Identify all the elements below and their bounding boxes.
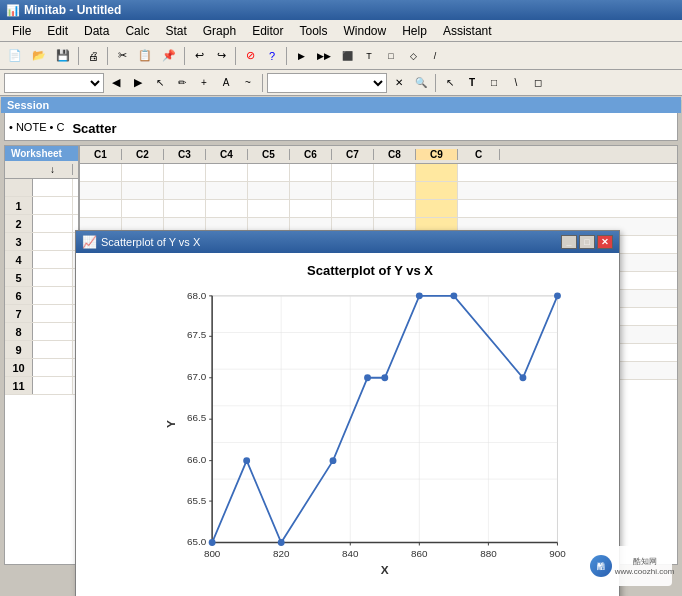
menu-assistant[interactable]: Assistant xyxy=(435,22,500,40)
chart-area: Scatterplot of Y vs X xyxy=(76,253,619,596)
row-arrow-cell-1 xyxy=(33,197,73,214)
row-numbers-panel: Worksheet ↓ 1234567891011 xyxy=(4,145,79,565)
y-tick-655: 65.5 xyxy=(187,495,207,506)
new-button[interactable]: 📄 xyxy=(4,45,26,67)
data-point-2 xyxy=(278,539,285,546)
tb-extra-7[interactable]: / xyxy=(425,45,445,67)
col-c5-header: C5 xyxy=(248,149,290,160)
font-dropdown[interactable] xyxy=(4,73,104,93)
menu-file[interactable]: File xyxy=(4,22,39,40)
watermark-site: 酷知网 xyxy=(615,556,675,567)
session-content: • NOTE • C Scatter xyxy=(5,117,677,140)
col-c6-header: C6 xyxy=(290,149,332,160)
text2-btn[interactable]: T xyxy=(462,72,482,94)
cell-r2-c3 xyxy=(164,200,206,217)
data-point-5 xyxy=(381,374,388,381)
stop-button[interactable]: ⊘ xyxy=(240,45,260,67)
chart-title: Scatterplot of Y vs X xyxy=(136,263,604,278)
paste-button[interactable]: 📌 xyxy=(158,45,180,67)
window-title: Minitab - Untitled xyxy=(24,3,121,17)
row-num-6: 6 xyxy=(5,287,78,305)
cell-r1-c6 xyxy=(290,182,332,199)
row-arrow-cell-2 xyxy=(33,215,73,232)
pencil-btn[interactable]: ✏ xyxy=(172,72,192,94)
cell-r0-c9 xyxy=(416,164,458,181)
open-button[interactable]: 📂 xyxy=(28,45,50,67)
scatter-window: 📈 Scatterplot of Y vs X _ □ ✕ Scatterplo… xyxy=(75,230,620,596)
chart-background xyxy=(212,296,557,543)
scatter-minimize-button[interactable]: _ xyxy=(561,235,577,249)
clear-btn[interactable]: ✕ xyxy=(389,72,409,94)
col-c1-header: C1 xyxy=(80,149,122,160)
scatter-maximize-button[interactable]: □ xyxy=(579,235,595,249)
menu-graph[interactable]: Graph xyxy=(195,22,244,40)
zoom-btn[interactable]: 🔍 xyxy=(411,72,431,94)
wave-btn[interactable]: ~ xyxy=(238,72,258,94)
data-point-7 xyxy=(450,292,457,299)
redo-button[interactable]: ↪ xyxy=(211,45,231,67)
row-num-cell-9: 9 xyxy=(5,341,33,358)
tb-extra-5[interactable]: □ xyxy=(381,45,401,67)
rect-btn[interactable]: □ xyxy=(484,72,504,94)
x-tick-820: 820 xyxy=(273,548,290,559)
y-tick-665: 66.5 xyxy=(187,412,207,423)
menu-edit[interactable]: Edit xyxy=(39,22,76,40)
help-button[interactable]: ? xyxy=(262,45,282,67)
copy-button[interactable]: 📋 xyxy=(134,45,156,67)
x-tick-800: 800 xyxy=(204,548,221,559)
cell-r0-c4 xyxy=(206,164,248,181)
menu-calc[interactable]: Calc xyxy=(117,22,157,40)
line-btn[interactable]: \ xyxy=(506,72,526,94)
cell-r0-c8 xyxy=(374,164,416,181)
tb-extra-4[interactable]: T xyxy=(359,45,379,67)
table-row-1 xyxy=(80,182,677,200)
row-num-1: 1 xyxy=(5,197,78,215)
menu-editor[interactable]: Editor xyxy=(244,22,291,40)
x-axis-label: X xyxy=(381,563,389,577)
shape-btn[interactable]: ◻ xyxy=(528,72,548,94)
y-tick-66: 66.0 xyxy=(187,454,207,465)
title-bar: 📊 Minitab - Untitled xyxy=(0,0,682,20)
cell-r1-c8 xyxy=(374,182,416,199)
plus-btn[interactable]: + xyxy=(194,72,214,94)
font-next[interactable]: ▶ xyxy=(128,72,148,94)
data-point-0 xyxy=(209,539,216,546)
cell-r1-c3 xyxy=(164,182,206,199)
font-prev[interactable]: ◀ xyxy=(106,72,126,94)
undo-button[interactable]: ↩ xyxy=(189,45,209,67)
cell-r1-c9 xyxy=(416,182,458,199)
scatter-close-button[interactable]: ✕ xyxy=(597,235,613,249)
menu-data[interactable]: Data xyxy=(76,22,117,40)
row-arrow-cell-3 xyxy=(33,233,73,250)
menu-tools[interactable]: Tools xyxy=(291,22,335,40)
cursor2-btn[interactable]: ↖ xyxy=(440,72,460,94)
data-point-1 xyxy=(243,457,250,464)
row-arrow-cell-0 xyxy=(33,179,73,196)
cut-button[interactable]: ✂ xyxy=(112,45,132,67)
x-tick-880: 880 xyxy=(480,548,497,559)
scatter-title-bar: 📈 Scatterplot of Y vs X _ □ ✕ xyxy=(76,231,619,253)
print-button[interactable]: 🖨 xyxy=(83,45,103,67)
data-point-4 xyxy=(364,374,371,381)
cell-r0-c7 xyxy=(332,164,374,181)
cell-r2-c7 xyxy=(332,200,374,217)
cell-r0-c5 xyxy=(248,164,290,181)
text-btn[interactable]: A xyxy=(216,72,236,94)
menu-help[interactable]: Help xyxy=(394,22,435,40)
data-point-8 xyxy=(519,374,526,381)
tb-extra-6[interactable]: ◇ xyxy=(403,45,423,67)
table-row-2 xyxy=(80,200,677,218)
menu-stat[interactable]: Stat xyxy=(157,22,194,40)
tb-extra-3[interactable]: ⬛ xyxy=(337,45,357,67)
cell-r2-c4 xyxy=(206,200,248,217)
tb-extra-2[interactable]: ▶▶ xyxy=(313,45,335,67)
style-dropdown[interactable] xyxy=(267,73,387,93)
row-num-cell-1: 1 xyxy=(5,197,33,214)
save-button[interactable]: 💾 xyxy=(52,45,74,67)
session-note: • NOTE • C xyxy=(9,121,64,136)
tb-extra-1[interactable]: ▶ xyxy=(291,45,311,67)
scatter-win-controls: _ □ ✕ xyxy=(561,235,613,249)
menu-window[interactable]: Window xyxy=(336,22,395,40)
x-tick-900: 900 xyxy=(549,548,566,559)
cursor-btn[interactable]: ↖ xyxy=(150,72,170,94)
